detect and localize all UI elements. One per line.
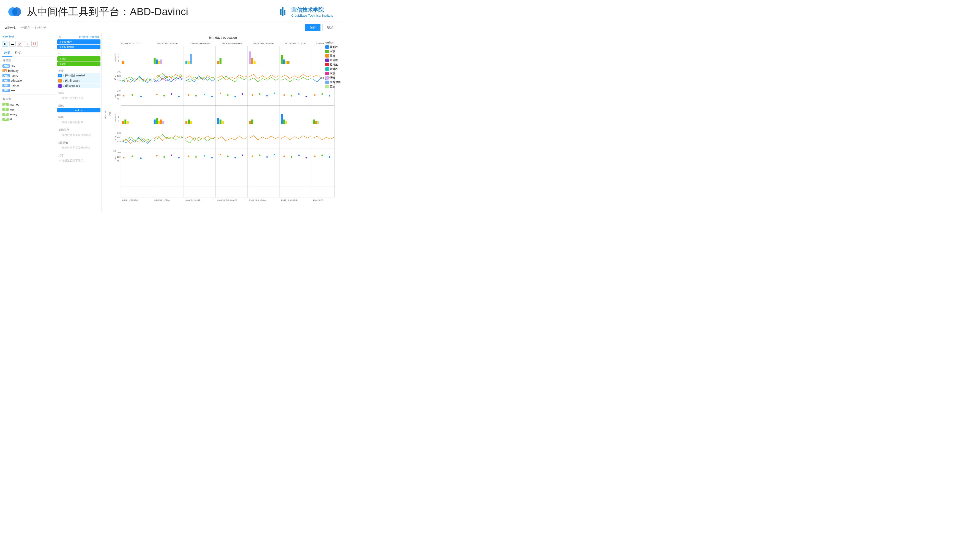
size-hint: → 拖拽数值型字段尺寸 bbox=[57, 158, 100, 164]
line-icon-btn[interactable]: 📈 bbox=[17, 41, 23, 46]
legend-label-han: 汉族 bbox=[330, 71, 335, 75]
legend-color-weiwuer bbox=[325, 81, 329, 84]
xaxis-label: x数据轴 bbox=[57, 140, 100, 145]
measure-salary[interactable]: ∿ ∨ [总计] salary bbox=[57, 78, 100, 83]
field-married[interactable]: 123 married bbox=[2, 102, 55, 107]
svg-text:married: married bbox=[114, 114, 116, 122]
field-nation[interactable]: ABC nation bbox=[2, 83, 55, 88]
tab-icons: ⊞ ▬ 📈 ⁘ ⏰ bbox=[0, 40, 56, 48]
svg-text:1: 1 bbox=[118, 119, 119, 122]
svg-text:city / sex: city / sex bbox=[104, 110, 107, 119]
svg-point-87 bbox=[220, 92, 221, 94]
field-name[interactable]: ABC name bbox=[2, 73, 55, 78]
tag-cal: 📅 bbox=[2, 69, 7, 72]
svg-text:240: 240 bbox=[117, 151, 121, 154]
svg-rect-103 bbox=[124, 119, 126, 124]
legend-label-chaoxian: 朝鲜族 bbox=[330, 67, 338, 71]
svg-rect-63 bbox=[186, 61, 188, 64]
clock-icon-btn[interactable]: ⏰ bbox=[31, 41, 38, 46]
legend-label-other: 其他族 bbox=[330, 45, 338, 49]
svg-text:3: 3 bbox=[118, 112, 119, 114]
svg-text:硕士: 硕士 bbox=[198, 199, 202, 202]
row-sex-label: ∨ sex bbox=[59, 62, 66, 65]
svg-text:married: married bbox=[114, 54, 116, 62]
svg-point-142 bbox=[274, 154, 275, 155]
svg-text:高中: 高中 bbox=[294, 199, 298, 202]
svg-rect-73 bbox=[285, 61, 287, 64]
app-logo bbox=[7, 5, 22, 19]
scatter-icon-btn[interactable]: ⁘ bbox=[24, 41, 30, 46]
svg-point-77 bbox=[132, 94, 133, 96]
bar-icon-btn[interactable]: ▬ bbox=[9, 41, 16, 46]
col-birthday-label: ∨ birthday bbox=[59, 40, 72, 43]
color-label: 颜色 bbox=[57, 103, 100, 108]
field-city[interactable]: ABC city bbox=[2, 64, 55, 68]
field-id[interactable]: 123 id bbox=[2, 117, 55, 122]
svg-point-140 bbox=[259, 154, 261, 156]
xaxis-hint: → 拖拽数值型字段x数据轴 bbox=[57, 145, 100, 151]
chart-title: birthday / education bbox=[104, 36, 342, 40]
svg-point-137 bbox=[234, 157, 236, 159]
svg-point-143 bbox=[283, 156, 285, 157]
row-col-switch[interactable]: 行列切换 bbox=[79, 35, 89, 39]
measure-married[interactable]: ▬ ∨ [平均数] married bbox=[57, 73, 100, 78]
svg-rect-66 bbox=[217, 61, 219, 64]
chart-area: birthday / education 2016-06-16 00:00:00… bbox=[102, 33, 343, 212]
tab-style[interactable]: 样式 bbox=[13, 50, 23, 57]
row-city-tag[interactable]: ∨ city bbox=[57, 56, 100, 61]
svg-point-90 bbox=[242, 93, 243, 95]
measure-age[interactable]: ⁚ ∨ [最大值] age bbox=[57, 84, 100, 88]
field-birthday[interactable]: 📅 birthday bbox=[2, 68, 55, 73]
field-sex[interactable]: ABC sex bbox=[2, 88, 55, 93]
svg-point-80 bbox=[164, 95, 165, 97]
legend-label-lahu: 拉祜族 bbox=[330, 63, 338, 67]
svg-point-98 bbox=[305, 96, 307, 97]
view-test-link[interactable]: view test bbox=[0, 33, 56, 40]
col-birthday-tag[interactable]: ∨ birthday bbox=[57, 40, 100, 44]
tag-abc-3: ABC bbox=[2, 79, 10, 82]
svg-point-128 bbox=[164, 156, 165, 158]
field-education[interactable]: ABC education bbox=[2, 78, 55, 83]
svg-point-144 bbox=[291, 156, 292, 158]
field-name-name: name bbox=[11, 74, 18, 78]
legend-han: 汉族 bbox=[325, 71, 340, 75]
field-salary[interactable]: 123 salary bbox=[2, 112, 55, 117]
field-name-education: education bbox=[11, 79, 24, 82]
svg-text:1: 1 bbox=[118, 60, 119, 62]
svg-text:2016-06-19 00:00:00: 2016-06-19 00:00:00 bbox=[221, 42, 242, 44]
svg-rect-60 bbox=[156, 59, 158, 64]
svg-rect-65 bbox=[190, 54, 192, 64]
cancel-button[interactable]: 取消 bbox=[323, 24, 338, 31]
svg-point-85 bbox=[204, 94, 205, 95]
col-education-tag[interactable]: ∨ education bbox=[57, 44, 100, 49]
left-tab-bar: 数据 样式 bbox=[0, 48, 56, 57]
color-nation-tag[interactable]: nation bbox=[57, 108, 100, 113]
svg-point-124 bbox=[123, 157, 124, 159]
tab-data[interactable]: 数据 bbox=[2, 50, 12, 57]
use-dimension[interactable]: 使用维度 bbox=[90, 35, 99, 39]
brand-sub: CreditEase Technical Institute bbox=[291, 14, 333, 17]
category-fields: ABC city 📅 birthday ABC name ABC educati… bbox=[0, 63, 56, 93]
tag-abc-5: ABC bbox=[2, 89, 10, 92]
svg-text:2016-06-21 00:00:00: 2016-06-21 00:00:00 bbox=[285, 42, 305, 44]
svg-point-131 bbox=[188, 156, 189, 157]
svg-text:高中: 高中 bbox=[135, 199, 138, 202]
header-left: 从中间件工具到平台：ABD-Davinci bbox=[7, 5, 188, 19]
field-age[interactable]: 123 age bbox=[2, 107, 55, 112]
row-sex-tag[interactable]: ∨ sex bbox=[57, 62, 100, 66]
divider-1 bbox=[0, 94, 56, 95]
tag-123-2: 123 bbox=[2, 108, 9, 111]
tooltip-hint: → 拖拽数值型字段提示信息 bbox=[57, 132, 100, 138]
legend-weiwuer: 维吾尔族 bbox=[325, 80, 340, 84]
svg-text:小学: 小学 bbox=[233, 199, 237, 202]
svg-text:男: 男 bbox=[113, 149, 116, 152]
svg-point-136 bbox=[227, 156, 229, 157]
legend-color-zhuang bbox=[325, 54, 329, 57]
brand-name: 宜信技术学院 bbox=[291, 6, 324, 14]
tag-abc-2: ABC bbox=[2, 74, 10, 78]
table-icon-btn[interactable]: ⊞ bbox=[2, 41, 8, 46]
legend-zhuang: 壮族 bbox=[325, 54, 340, 57]
save-button[interactable]: 保存 bbox=[305, 24, 320, 31]
svg-rect-104 bbox=[127, 121, 129, 124]
svg-rect-70 bbox=[254, 61, 256, 64]
